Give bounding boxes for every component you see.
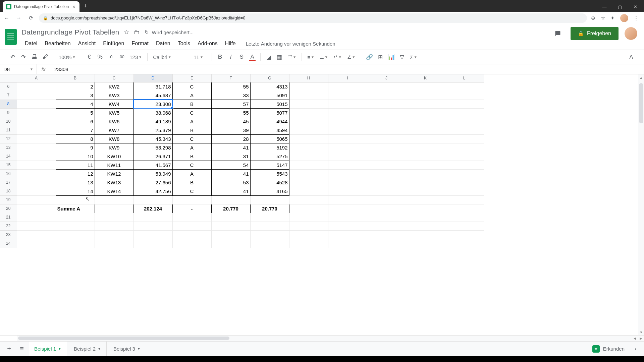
cell-K18[interactable]	[406, 187, 445, 195]
cell-F12[interactable]: 28	[211, 134, 250, 143]
scroll-up-button[interactable]: ▲	[638, 74, 644, 80]
cell-D17[interactable]: 27.656	[133, 178, 172, 187]
cell-A19[interactable]	[17, 195, 56, 204]
cell-I14[interactable]	[328, 152, 367, 161]
cell-B6[interactable]: 2	[56, 82, 95, 91]
cell-E22[interactable]	[172, 222, 211, 230]
cell-A6[interactable]	[17, 82, 56, 91]
cell-D11[interactable]: 25.379	[133, 126, 172, 134]
cell-D18[interactable]: 42.756	[133, 187, 172, 195]
add-sheet-button[interactable]: +	[3, 343, 15, 355]
cell-E24[interactable]	[172, 239, 211, 248]
cell-J7[interactable]	[367, 91, 406, 100]
cell-K14[interactable]	[406, 152, 445, 161]
cell-C18[interactable]: KW14	[95, 187, 133, 195]
row-header-8[interactable]: 8	[0, 100, 17, 108]
cell-L10[interactable]	[445, 117, 484, 126]
cell-F10[interactable]: 45	[211, 117, 250, 126]
cell-E23[interactable]	[172, 230, 211, 239]
cell-H17[interactable]	[289, 178, 328, 187]
cell-L6[interactable]	[445, 82, 484, 91]
cell-B7[interactable]: 3	[56, 91, 95, 100]
cell-C8[interactable]: KW4	[95, 100, 133, 108]
comments-button[interactable]	[551, 27, 565, 40]
cell-I13[interactable]	[328, 143, 367, 152]
cell-G11[interactable]: 4594	[250, 126, 289, 134]
chart-button[interactable]: 📊	[386, 52, 396, 62]
menu-data[interactable]: Daten	[153, 39, 174, 48]
cell-L21[interactable]	[445, 213, 484, 222]
cell-L11[interactable]	[445, 126, 484, 134]
col-header-E[interactable]: E	[172, 74, 211, 82]
cell-D19[interactable]	[133, 195, 172, 204]
cell-B9[interactable]: 5	[56, 108, 95, 117]
cell-A9[interactable]	[17, 108, 56, 117]
menu-file[interactable]: Datei	[21, 39, 41, 48]
paint-format-button[interactable]: 🖌	[40, 52, 50, 62]
cell-F19[interactable]	[211, 195, 250, 204]
select-all-corner[interactable]	[0, 74, 17, 82]
bold-button[interactable]: B	[215, 52, 225, 62]
cell-D7[interactable]: 45.687	[133, 91, 172, 100]
cell-K19[interactable]	[406, 195, 445, 204]
cell-C14[interactable]: KW10	[95, 152, 133, 161]
cell-H12[interactable]	[289, 134, 328, 143]
row-header-15[interactable]: 15	[0, 161, 17, 169]
row-header-24[interactable]: 24	[0, 239, 17, 248]
cell-A7[interactable]	[17, 91, 56, 100]
cell-D16[interactable]: 53.949	[133, 169, 172, 178]
menu-icon[interactable]: ⋮	[634, 15, 639, 21]
cell-F14[interactable]: 31	[211, 152, 250, 161]
comment-button[interactable]: ⊞	[376, 52, 385, 62]
cell-F9[interactable]: 55	[211, 108, 250, 117]
cell-E12[interactable]: C	[172, 134, 211, 143]
cell-G20[interactable]: 20.770	[250, 204, 289, 213]
cell-C15[interactable]: KW11	[95, 161, 133, 169]
cell-L19[interactable]	[445, 195, 484, 204]
cell-L13[interactable]	[445, 143, 484, 152]
link-button[interactable]: 🔗	[365, 52, 374, 62]
cell-L8[interactable]	[445, 100, 484, 108]
menu-format[interactable]: Format	[128, 39, 152, 48]
cell-B16[interactable]: 12	[56, 169, 95, 178]
cell-D10[interactable]: 49.189	[133, 117, 172, 126]
cell-K11[interactable]	[406, 126, 445, 134]
cell-K16[interactable]	[406, 169, 445, 178]
cell-F20[interactable]: 20.770	[211, 204, 250, 213]
cell-E15[interactable]: C	[172, 161, 211, 169]
maximize-button[interactable]: ▢	[612, 1, 627, 12]
cell-D15[interactable]: 41.567	[133, 161, 172, 169]
cell-H10[interactable]	[289, 117, 328, 126]
cell-H16[interactable]	[289, 169, 328, 178]
cell-F7[interactable]: 33	[211, 91, 250, 100]
currency-button[interactable]: €	[85, 52, 94, 62]
cell-B11[interactable]: 7	[56, 126, 95, 134]
cell-A14[interactable]	[17, 152, 56, 161]
vertical-scrollbar[interactable]: ▲ ▼	[638, 74, 644, 335]
cell-L23[interactable]	[445, 230, 484, 239]
wrap-button[interactable]: ↵▼	[331, 54, 344, 60]
cell-D13[interactable]: 53.298	[133, 143, 172, 152]
cell-H23[interactable]	[289, 230, 328, 239]
row-header-14[interactable]: 14	[0, 152, 17, 161]
cell-G8[interactable]: 5015	[250, 100, 289, 108]
row-header-23[interactable]: 23	[0, 230, 17, 239]
cell-A11[interactable]	[17, 126, 56, 134]
cell-L16[interactable]	[445, 169, 484, 178]
cell-J13[interactable]	[367, 143, 406, 152]
menu-edit[interactable]: Bearbeiten	[41, 39, 74, 48]
font-size-dropdown[interactable]: 11▼	[192, 54, 208, 60]
cell-D6[interactable]: 31.718	[133, 82, 172, 91]
cell-G21[interactable]	[250, 213, 289, 222]
cell-H6[interactable]	[289, 82, 328, 91]
account-avatar[interactable]	[625, 27, 637, 40]
cell-I24[interactable]	[328, 239, 367, 248]
menu-view[interactable]: Ansicht	[75, 39, 99, 48]
cell-F13[interactable]: 41	[211, 143, 250, 152]
cell-H21[interactable]	[289, 213, 328, 222]
cell-H13[interactable]	[289, 143, 328, 152]
new-tab-button[interactable]: +	[79, 3, 91, 10]
menu-tools[interactable]: Tools	[174, 39, 194, 48]
explore-button[interactable]: ✦ Erkunden	[588, 343, 629, 355]
cell-I9[interactable]	[328, 108, 367, 117]
